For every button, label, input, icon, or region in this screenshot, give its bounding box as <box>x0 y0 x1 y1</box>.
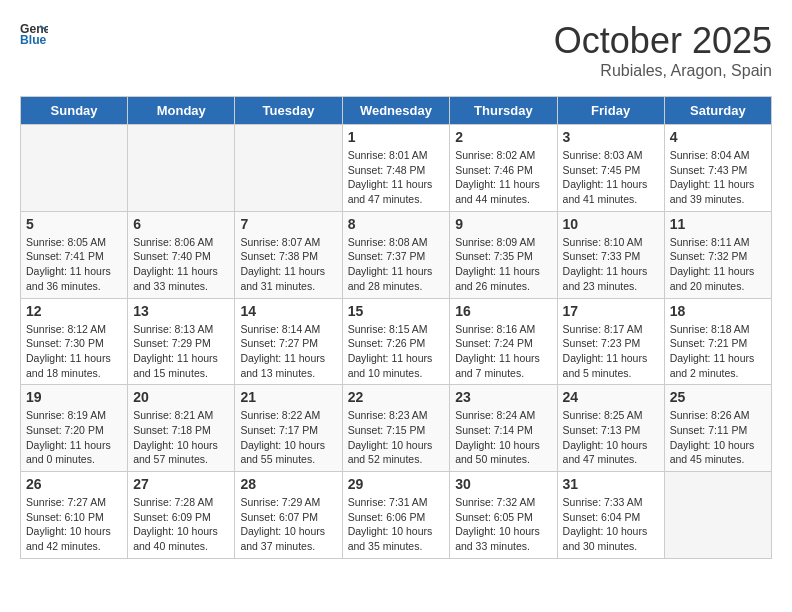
calendar-cell: 6Sunrise: 8:06 AMSunset: 7:40 PMDaylight… <box>128 211 235 298</box>
day-info: Sunrise: 8:03 AMSunset: 7:45 PMDaylight:… <box>563 148 659 207</box>
calendar-cell <box>235 125 342 212</box>
day-number: 10 <box>563 216 659 232</box>
day-number: 5 <box>26 216 122 232</box>
calendar-cell: 9Sunrise: 8:09 AMSunset: 7:35 PMDaylight… <box>450 211 557 298</box>
calendar-cell: 21Sunrise: 8:22 AMSunset: 7:17 PMDayligh… <box>235 385 342 472</box>
day-info: Sunrise: 8:23 AMSunset: 7:15 PMDaylight:… <box>348 408 445 467</box>
day-info: Sunrise: 8:13 AMSunset: 7:29 PMDaylight:… <box>133 322 229 381</box>
title-block: October 2025 Rubiales, Aragon, Spain <box>554 20 772 80</box>
day-number: 11 <box>670 216 766 232</box>
calendar-cell: 4Sunrise: 8:04 AMSunset: 7:43 PMDaylight… <box>664 125 771 212</box>
logo: General Blue <box>20 20 48 48</box>
day-number: 30 <box>455 476 551 492</box>
day-info: Sunrise: 7:29 AMSunset: 6:07 PMDaylight:… <box>240 495 336 554</box>
day-number: 20 <box>133 389 229 405</box>
day-number: 31 <box>563 476 659 492</box>
day-info: Sunrise: 8:01 AMSunset: 7:48 PMDaylight:… <box>348 148 445 207</box>
day-info: Sunrise: 8:16 AMSunset: 7:24 PMDaylight:… <box>455 322 551 381</box>
day-number: 8 <box>348 216 445 232</box>
calendar-cell: 16Sunrise: 8:16 AMSunset: 7:24 PMDayligh… <box>450 298 557 385</box>
day-number: 21 <box>240 389 336 405</box>
calendar-header-row: SundayMondayTuesdayWednesdayThursdayFrid… <box>21 97 772 125</box>
calendar-cell: 23Sunrise: 8:24 AMSunset: 7:14 PMDayligh… <box>450 385 557 472</box>
calendar-cell: 7Sunrise: 8:07 AMSunset: 7:38 PMDaylight… <box>235 211 342 298</box>
calendar-cell: 26Sunrise: 7:27 AMSunset: 6:10 PMDayligh… <box>21 472 128 559</box>
calendar-cell: 29Sunrise: 7:31 AMSunset: 6:06 PMDayligh… <box>342 472 450 559</box>
calendar-cell: 14Sunrise: 8:14 AMSunset: 7:27 PMDayligh… <box>235 298 342 385</box>
calendar-cell: 3Sunrise: 8:03 AMSunset: 7:45 PMDaylight… <box>557 125 664 212</box>
day-info: Sunrise: 7:32 AMSunset: 6:05 PMDaylight:… <box>455 495 551 554</box>
day-info: Sunrise: 8:02 AMSunset: 7:46 PMDaylight:… <box>455 148 551 207</box>
calendar-cell: 11Sunrise: 8:11 AMSunset: 7:32 PMDayligh… <box>664 211 771 298</box>
day-number: 9 <box>455 216 551 232</box>
day-info: Sunrise: 8:18 AMSunset: 7:21 PMDaylight:… <box>670 322 766 381</box>
day-number: 22 <box>348 389 445 405</box>
day-info: Sunrise: 8:06 AMSunset: 7:40 PMDaylight:… <box>133 235 229 294</box>
day-info: Sunrise: 8:10 AMSunset: 7:33 PMDaylight:… <box>563 235 659 294</box>
day-info: Sunrise: 8:26 AMSunset: 7:11 PMDaylight:… <box>670 408 766 467</box>
weekday-header: Saturday <box>664 97 771 125</box>
month-title: October 2025 <box>554 20 772 62</box>
calendar-cell <box>128 125 235 212</box>
day-info: Sunrise: 8:14 AMSunset: 7:27 PMDaylight:… <box>240 322 336 381</box>
day-info: Sunrise: 7:27 AMSunset: 6:10 PMDaylight:… <box>26 495 122 554</box>
day-info: Sunrise: 8:12 AMSunset: 7:30 PMDaylight:… <box>26 322 122 381</box>
day-number: 29 <box>348 476 445 492</box>
day-number: 13 <box>133 303 229 319</box>
calendar-cell: 8Sunrise: 8:08 AMSunset: 7:37 PMDaylight… <box>342 211 450 298</box>
calendar-cell: 13Sunrise: 8:13 AMSunset: 7:29 PMDayligh… <box>128 298 235 385</box>
day-info: Sunrise: 8:19 AMSunset: 7:20 PMDaylight:… <box>26 408 122 467</box>
weekday-header: Monday <box>128 97 235 125</box>
day-info: Sunrise: 8:11 AMSunset: 7:32 PMDaylight:… <box>670 235 766 294</box>
location-subtitle: Rubiales, Aragon, Spain <box>554 62 772 80</box>
calendar-cell: 1Sunrise: 8:01 AMSunset: 7:48 PMDaylight… <box>342 125 450 212</box>
day-number: 12 <box>26 303 122 319</box>
weekday-header: Friday <box>557 97 664 125</box>
day-number: 23 <box>455 389 551 405</box>
day-number: 25 <box>670 389 766 405</box>
day-number: 3 <box>563 129 659 145</box>
calendar-cell: 10Sunrise: 8:10 AMSunset: 7:33 PMDayligh… <box>557 211 664 298</box>
day-number: 15 <box>348 303 445 319</box>
calendar-week-row: 19Sunrise: 8:19 AMSunset: 7:20 PMDayligh… <box>21 385 772 472</box>
calendar-cell: 2Sunrise: 8:02 AMSunset: 7:46 PMDaylight… <box>450 125 557 212</box>
calendar-week-row: 26Sunrise: 7:27 AMSunset: 6:10 PMDayligh… <box>21 472 772 559</box>
day-info: Sunrise: 8:15 AMSunset: 7:26 PMDaylight:… <box>348 322 445 381</box>
day-number: 7 <box>240 216 336 232</box>
calendar-cell: 19Sunrise: 8:19 AMSunset: 7:20 PMDayligh… <box>21 385 128 472</box>
day-info: Sunrise: 8:07 AMSunset: 7:38 PMDaylight:… <box>240 235 336 294</box>
day-number: 4 <box>670 129 766 145</box>
calendar-cell: 20Sunrise: 8:21 AMSunset: 7:18 PMDayligh… <box>128 385 235 472</box>
day-info: Sunrise: 8:04 AMSunset: 7:43 PMDaylight:… <box>670 148 766 207</box>
calendar-cell: 30Sunrise: 7:32 AMSunset: 6:05 PMDayligh… <box>450 472 557 559</box>
day-info: Sunrise: 8:22 AMSunset: 7:17 PMDaylight:… <box>240 408 336 467</box>
calendar-cell <box>21 125 128 212</box>
day-info: Sunrise: 8:17 AMSunset: 7:23 PMDaylight:… <box>563 322 659 381</box>
calendar-cell: 24Sunrise: 8:25 AMSunset: 7:13 PMDayligh… <box>557 385 664 472</box>
day-info: Sunrise: 8:08 AMSunset: 7:37 PMDaylight:… <box>348 235 445 294</box>
page-header: General Blue October 2025 Rubiales, Arag… <box>20 20 772 80</box>
calendar-cell: 17Sunrise: 8:17 AMSunset: 7:23 PMDayligh… <box>557 298 664 385</box>
calendar-cell: 18Sunrise: 8:18 AMSunset: 7:21 PMDayligh… <box>664 298 771 385</box>
weekday-header: Sunday <box>21 97 128 125</box>
day-info: Sunrise: 7:31 AMSunset: 6:06 PMDaylight:… <box>348 495 445 554</box>
calendar-cell: 31Sunrise: 7:33 AMSunset: 6:04 PMDayligh… <box>557 472 664 559</box>
day-info: Sunrise: 8:24 AMSunset: 7:14 PMDaylight:… <box>455 408 551 467</box>
day-number: 28 <box>240 476 336 492</box>
day-number: 27 <box>133 476 229 492</box>
day-info: Sunrise: 8:21 AMSunset: 7:18 PMDaylight:… <box>133 408 229 467</box>
calendar-cell: 27Sunrise: 7:28 AMSunset: 6:09 PMDayligh… <box>128 472 235 559</box>
day-info: Sunrise: 8:05 AMSunset: 7:41 PMDaylight:… <box>26 235 122 294</box>
calendar-cell: 15Sunrise: 8:15 AMSunset: 7:26 PMDayligh… <box>342 298 450 385</box>
day-number: 6 <box>133 216 229 232</box>
calendar-cell: 25Sunrise: 8:26 AMSunset: 7:11 PMDayligh… <box>664 385 771 472</box>
calendar-week-row: 5Sunrise: 8:05 AMSunset: 7:41 PMDaylight… <box>21 211 772 298</box>
day-number: 18 <box>670 303 766 319</box>
day-info: Sunrise: 7:33 AMSunset: 6:04 PMDaylight:… <box>563 495 659 554</box>
day-number: 14 <box>240 303 336 319</box>
day-number: 19 <box>26 389 122 405</box>
day-number: 2 <box>455 129 551 145</box>
weekday-header: Wednesday <box>342 97 450 125</box>
day-number: 1 <box>348 129 445 145</box>
day-number: 26 <box>26 476 122 492</box>
